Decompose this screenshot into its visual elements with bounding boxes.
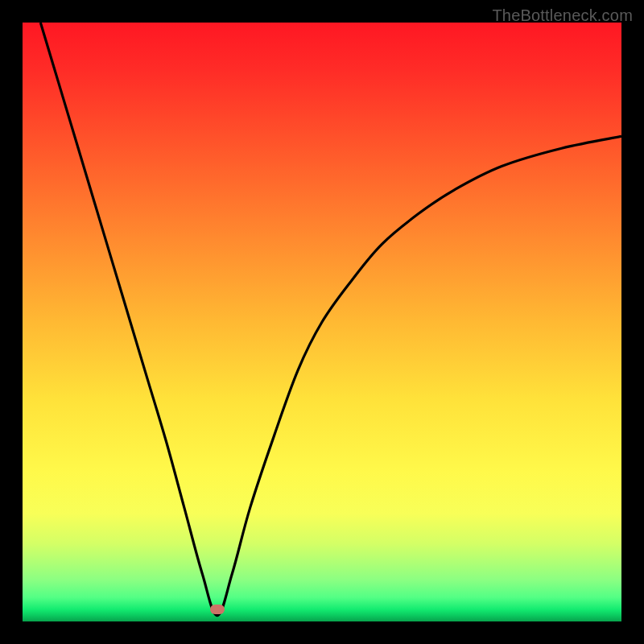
bottleneck-curve: [23, 23, 621, 621]
page-root: TheBottleneck.com: [0, 0, 644, 644]
optimum-marker: [210, 605, 225, 614]
curve-path: [40, 23, 621, 616]
watermark-text: TheBottleneck.com: [492, 6, 633, 25]
chart-area: [23, 23, 621, 621]
